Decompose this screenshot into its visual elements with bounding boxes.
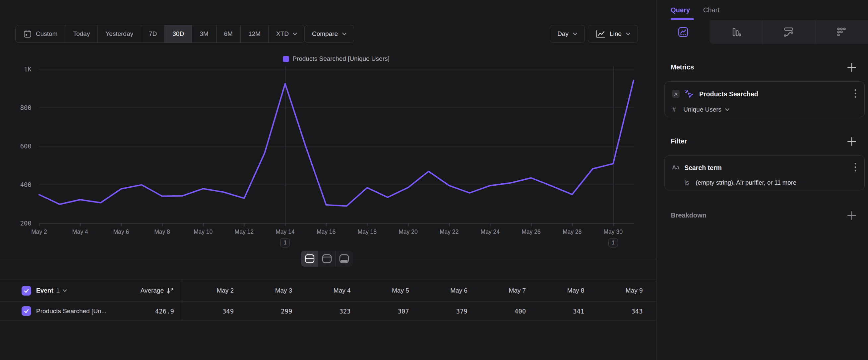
date-column-header: May 3 [240,287,299,294]
query-builder-panel: Query Chart Metrics A Products Searched [656,0,868,360]
layout-split-view-button[interactable] [301,251,318,267]
series-label: Products Searched [Un... [36,307,106,315]
annotation-count: 1 [284,240,287,246]
tab-query[interactable]: Query [671,6,690,14]
layout-table-only-button[interactable] [336,251,353,267]
breakdown-heading: Breakdown [671,212,707,219]
chevron-down-icon [573,32,577,35]
svg-text:200: 200 [20,220,31,227]
compare-button[interactable]: Compare [304,25,354,43]
svg-text:May 24: May 24 [481,228,500,235]
event-count: 1 [56,287,60,294]
metric-options-kebab-icon[interactable] [854,89,857,99]
sort-descending-icon [167,287,173,294]
average-sort-header[interactable]: Average [141,287,173,294]
viz-tab-retention[interactable] [815,20,868,44]
check-icon [23,308,30,314]
viz-tab-insights[interactable] [657,20,710,44]
range-label: XTD [276,30,289,37]
metric-letter-badge: A [672,90,680,98]
metric-card[interactable]: A Products Searched # Unique Users [664,81,865,117]
granularity-button[interactable]: Day [550,25,585,43]
svg-text:1K: 1K [24,65,31,73]
range-label: Yesterday [105,30,133,37]
layout-chart-only-button[interactable] [318,251,335,267]
tab-chart[interactable]: Chart [703,6,719,14]
chevron-down-icon[interactable] [63,289,67,292]
table-value: 349 [182,307,240,315]
cursor-click-icon [684,89,694,99]
metric-title: Products Searched [699,90,758,98]
table-header-row: Event 1 Average May 2 May 3 May 4 May 5 … [0,280,656,302]
aggregation-label: Unique Users [683,106,721,113]
svg-text:800: 800 [20,104,31,111]
date-range-group: Custom Today Yesterday 7D 30D 3M 6M 12M … [15,25,305,43]
svg-text:May 6: May 6 [113,228,129,235]
svg-text:May 16: May 16 [317,228,336,235]
range-custom-button[interactable]: Custom [16,25,65,43]
range-xtd-button[interactable]: XTD [268,25,305,43]
filter-card[interactable]: Aa Search term Is (empty string), Air pu… [664,156,865,190]
chevron-down-icon [293,32,297,35]
average-header-label: Average [141,287,164,294]
annotation-badge[interactable]: 1 [609,238,618,247]
table-value: 299 [240,307,299,315]
svg-text:May 8: May 8 [154,228,170,235]
check-icon [23,287,30,294]
annotation-badge[interactable]: 1 [280,238,290,247]
range-3m-button[interactable]: 3M [192,25,216,43]
table-only-icon [339,254,349,264]
svg-text:May 22: May 22 [440,228,459,235]
table-column-divider [182,280,182,321]
chart-only-icon [322,254,332,264]
metric-aggregation-row[interactable]: # Unique Users [665,103,864,116]
svg-text:400: 400 [20,181,31,188]
annotation-count: 1 [612,240,615,246]
plus-icon [847,62,857,73]
range-6m-button[interactable]: 6M [216,25,240,43]
bar-chart-icon [731,27,741,37]
panel-tab-bar: Query Chart [657,0,868,20]
compare-label: Compare [312,30,338,37]
range-label: Custom [36,30,57,37]
chevron-down-icon [626,32,630,35]
svg-text:May 4: May 4 [72,228,88,235]
split-view-icon [305,254,315,264]
table-value: 343 [590,307,649,315]
date-column-header: May 9 [590,287,649,294]
range-label: 6M [224,30,233,37]
date-column-header: May 4 [299,287,357,294]
table-row[interactable]: Products Searched [Un... 426.9 349 299 3… [0,302,656,321]
chart-type-label: Line [610,30,622,37]
plus-icon [847,137,857,146]
filter-options-kebab-icon[interactable] [854,163,857,173]
range-yesterday-button[interactable]: Yesterday [97,25,141,43]
series-checkbox[interactable] [22,306,31,316]
date-column-header: May 8 [532,287,590,294]
aggregation-prefix: # [672,106,683,113]
svg-text:May 10: May 10 [194,228,213,235]
range-30d-button[interactable]: 30D [164,25,192,43]
range-today-button[interactable]: Today [65,25,97,43]
svg-text:600: 600 [20,142,31,150]
add-breakdown-button[interactable] [847,211,857,221]
viz-tab-bar-chart[interactable] [710,20,762,44]
table-header-left: Event 1 Average [0,286,182,296]
chevron-down-icon [342,32,346,35]
range-label: Today [73,30,90,37]
granularity-label: Day [557,30,568,37]
range-12m-button[interactable]: 12M [240,25,268,43]
range-7d-button[interactable]: 7D [141,25,164,43]
layout-switcher [301,251,353,267]
metrics-heading: Metrics [671,63,694,71]
viz-tab-flows[interactable] [762,20,815,44]
add-metric-button[interactable] [847,62,857,73]
line-chart[interactable]: 1K800600400200May 2May 4May 6May 8May 10… [0,47,656,252]
svg-text:May 26: May 26 [522,228,540,235]
filter-condition-row[interactable]: Is (empty string), Air purifier, or 11 m… [665,176,864,189]
add-filter-button[interactable] [847,137,857,146]
chart-type-button[interactable]: Line [588,25,638,43]
date-column-header: May 5 [357,287,415,294]
event-select-all-checkbox[interactable] [22,286,31,296]
filter-card-header: Aa Search term [665,156,864,176]
